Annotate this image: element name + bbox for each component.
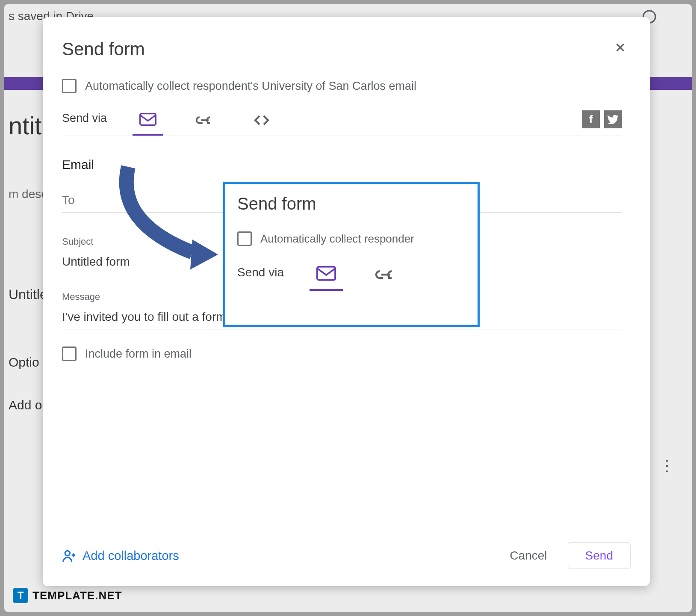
close-icon [613,41,627,54]
mail-icon [316,266,336,281]
mail-icon [139,113,156,126]
bg-option-fragment: Optio [9,355,39,370]
person-add-icon [62,549,77,562]
bg-form-title-fragment: ntit [9,111,41,140]
callout-send-via-label: Send via [237,266,284,287]
callout-zoom: Send form Automatically collect responde… [223,182,480,327]
callout-auto-collect-label: Automatically collect responder [260,232,414,246]
modal-header: Send form [62,36,631,62]
add-collaborators-button[interactable]: Add collaborators [62,549,179,563]
callout-send-via-row: Send via [237,261,466,291]
more-vert-icon: ⋮ [659,457,675,475]
include-form-row: Include form in email [62,346,622,361]
include-form-label: Include form in email [85,347,192,361]
bg-form-desc-fragment: m desc [9,187,47,201]
svg-rect-2 [140,114,156,125]
callout-title: Send form [237,194,466,213]
callout-checkbox [237,231,252,246]
modal-title: Send form [62,39,145,59]
watermark: T TEMPLATE.NET [13,588,122,603]
callout-tab-email [310,261,343,291]
callout-tab-link [369,265,403,288]
twitter-button[interactable] [604,110,622,128]
callout-auto-collect-row: Automatically collect responder [237,231,466,246]
watermark-text: TEMPLATE.NET [32,589,122,602]
embed-icon [253,114,270,126]
send-via-tabs: Send via f [62,108,622,136]
tab-email[interactable] [133,108,163,136]
watermark-icon: T [13,588,28,603]
auto-collect-row: Automatically collect respondent's Unive… [62,79,622,93]
tab-embed[interactable] [246,110,277,134]
bg-add-fragment: Add o [9,398,42,412]
close-button[interactable] [610,36,631,62]
auto-collect-label: Automatically collect respondent's Unive… [85,80,416,93]
social-icons: f [582,110,622,133]
bg-untitled-fragment: Untitle [9,287,47,302]
include-form-checkbox[interactable] [62,346,77,361]
twitter-icon [608,115,619,124]
cancel-button[interactable]: Cancel [498,543,559,569]
facebook-button[interactable]: f [582,110,600,128]
send-button[interactable]: Send [568,542,631,569]
email-section-title: Email [62,157,622,172]
add-collaborators-label: Add collaborators [83,549,179,563]
link-icon [375,269,396,280]
send-via-label: Send via [62,112,107,133]
svg-rect-7 [317,267,335,280]
link-icon [196,115,214,125]
modal-footer: Add collaborators Cancel Send [62,525,631,569]
tab-link[interactable] [189,111,221,133]
svg-point-4 [65,551,70,556]
auto-collect-checkbox[interactable] [62,79,77,93]
